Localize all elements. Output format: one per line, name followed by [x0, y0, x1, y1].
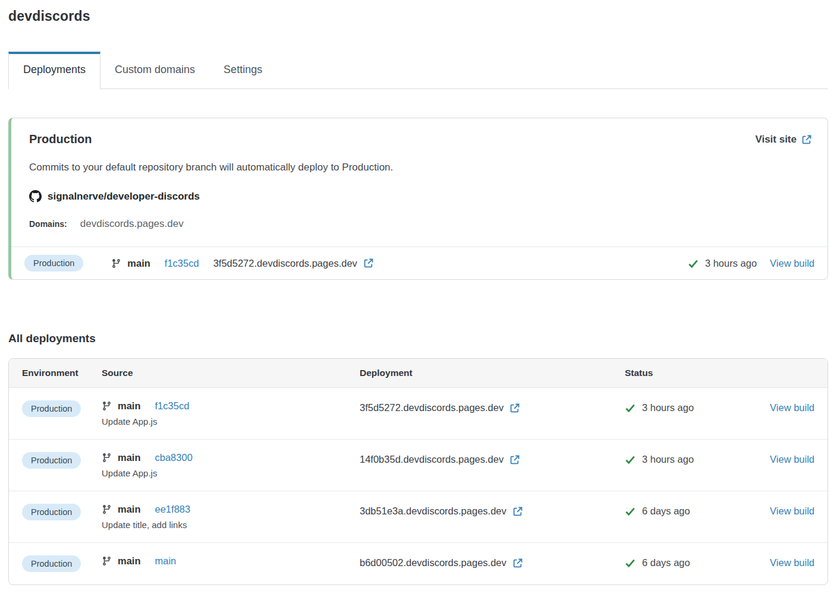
commit-link[interactable]: f1c35cd	[155, 400, 190, 412]
tab-settings[interactable]: Settings	[209, 52, 276, 89]
branch-name: main	[118, 555, 141, 567]
production-card: Production Visit site Commits to your de…	[8, 118, 828, 280]
domains-label: Domains:	[29, 219, 67, 229]
success-check-icon	[688, 258, 698, 268]
deployment-url: 14f0b35d.devdiscords.pages.dev	[360, 454, 504, 465]
external-link-icon[interactable]	[363, 258, 374, 268]
commit-link[interactable]: ee1f883	[155, 504, 191, 515]
git-branch-icon	[111, 258, 121, 268]
column-header-environment: Environment	[22, 368, 102, 378]
external-link-icon[interactable]	[509, 454, 520, 465]
commit-message: Update App.js	[102, 468, 360, 478]
commit-link[interactable]: main	[155, 555, 177, 567]
repo-name: signalnerve/developer-discords	[48, 191, 200, 203]
production-latest-deployment-row: Production main f1c35cd 3f5d5272.devdisc…	[11, 247, 828, 279]
commit-link[interactable]: cba8300	[155, 452, 193, 463]
branch-name: main	[118, 504, 141, 515]
git-branch-icon	[102, 401, 112, 411]
table-row: Production main ee1f883 Update title, ad…	[9, 491, 828, 542]
table-row: Production main main b6d00502.devdiscord…	[9, 542, 828, 585]
environment-badge: Production	[22, 504, 81, 520]
git-branch-icon	[102, 504, 112, 514]
success-check-icon	[625, 403, 635, 413]
commit-link[interactable]: f1c35cd	[165, 258, 199, 269]
external-link-icon[interactable]	[512, 506, 523, 517]
external-link-icon[interactable]	[512, 558, 523, 568]
success-check-icon	[625, 506, 635, 516]
view-build-link[interactable]: View build	[770, 454, 814, 465]
commit-message: Update title, add links	[102, 520, 360, 530]
view-build-link[interactable]: View build	[770, 258, 814, 269]
tab-custom-domains[interactable]: Custom domains	[100, 52, 209, 89]
tab-bar: Deployments Custom domains Settings	[8, 52, 828, 89]
column-header-status: Status	[625, 368, 763, 378]
view-build-link[interactable]: View build	[770, 506, 814, 516]
production-card-title: Production	[29, 132, 92, 146]
deployment-url: 3f5d5272.devdiscords.pages.dev	[360, 402, 504, 413]
git-branch-icon	[102, 453, 112, 463]
all-deployments-heading: All deployments	[8, 332, 828, 345]
external-link-icon	[801, 134, 812, 145]
view-build-link[interactable]: View build	[770, 557, 814, 568]
status-time: 3 hours ago	[642, 402, 694, 413]
environment-badge: Production	[22, 452, 81, 469]
table-row: Production main cba8300 Update App.js 14…	[9, 439, 828, 491]
status-time: 3 hours ago	[642, 454, 694, 465]
success-check-icon	[625, 454, 635, 465]
pages-project-page: devdiscords Deployments Custom domains S…	[8, 8, 828, 585]
external-link-icon[interactable]	[509, 403, 520, 413]
column-header-deployment: Deployment	[360, 368, 625, 378]
visit-site-link[interactable]: Visit site	[755, 134, 812, 146]
environment-badge: Production	[22, 400, 81, 417]
status-time: 6 days ago	[642, 506, 690, 517]
status-time: 3 hours ago	[705, 258, 757, 269]
git-branch-icon	[102, 556, 112, 566]
deployment-url: 3db51e3a.devdiscords.pages.dev	[360, 506, 506, 517]
branch-name: main	[118, 400, 141, 412]
tab-deployments[interactable]: Deployments	[8, 52, 100, 89]
environment-badge: Production	[24, 255, 83, 271]
commit-message: Update App.js	[102, 416, 360, 427]
deployment-url: 3f5d5272.devdiscords.pages.dev	[213, 258, 357, 269]
environment-badge: Production	[22, 555, 81, 572]
column-header-source: Source	[102, 368, 360, 378]
deployment-url: b6d00502.devdiscords.pages.dev	[360, 557, 506, 568]
page-title: devdiscords	[8, 8, 828, 24]
visit-site-label: Visit site	[755, 134, 797, 146]
status-time: 6 days ago	[642, 557, 690, 568]
table-header-row: Environment Source Deployment Status	[9, 359, 828, 388]
success-check-icon	[625, 558, 635, 568]
view-build-link[interactable]: View build	[770, 402, 814, 413]
production-description: Commits to your default repository branc…	[29, 162, 812, 173]
deployments-table: Environment Source Deployment Status Pro…	[8, 358, 828, 585]
table-row: Production main f1c35cd Update App.js 3f…	[9, 388, 828, 439]
branch-name: main	[118, 452, 141, 463]
github-icon	[29, 190, 42, 203]
branch-name: main	[127, 258, 150, 269]
domains-value: devdiscords.pages.dev	[80, 218, 184, 230]
